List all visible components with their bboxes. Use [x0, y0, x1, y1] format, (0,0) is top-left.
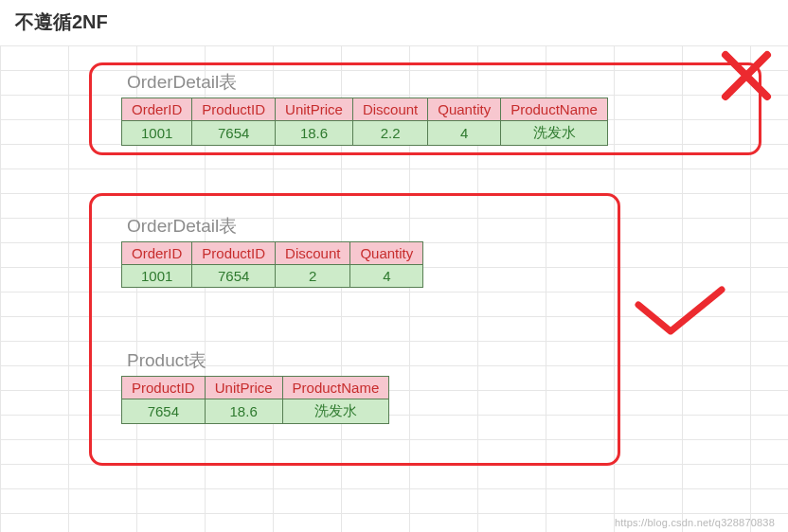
table-product: Product表 ProductID UnitPrice ProductName…: [121, 348, 389, 424]
table-header-row: ProductID UnitPrice ProductName: [122, 377, 389, 399]
col-header: Quantity: [428, 98, 501, 121]
col-header: ProductName: [282, 377, 389, 399]
col-header: UnitPrice: [276, 98, 353, 121]
col-header: Discount: [276, 242, 350, 265]
col-header: ProductID: [192, 242, 276, 265]
table-row: 7654 18.6 洗发水: [122, 399, 389, 424]
col-header: ProductID: [122, 377, 206, 399]
col-header: UnitPrice: [205, 377, 282, 399]
table-row: 1001 7654 2 4: [122, 265, 423, 288]
table-header-row: OrderID ProductID Discount Quantity: [122, 242, 423, 265]
cell: 4: [428, 121, 501, 146]
cell: 18.6: [276, 121, 353, 146]
col-header: Discount: [352, 98, 427, 121]
cell: 2.2: [352, 121, 427, 146]
col-header: Quantity: [350, 242, 423, 265]
cell: 7654: [192, 265, 276, 288]
table-header-row: OrderID ProductID UnitPrice Discount Qua…: [122, 98, 608, 121]
cell: 1001: [122, 121, 192, 146]
watermark: https://blog.csdn.net/q328870838: [615, 517, 775, 528]
cross-icon: [720, 49, 773, 102]
col-header: ProductName: [501, 98, 608, 121]
cell: 18.6: [205, 399, 282, 424]
table-caption: Product表: [121, 348, 389, 376]
cell: 7654: [192, 121, 276, 146]
col-header: ProductID: [192, 98, 276, 121]
cell: 7654: [122, 399, 206, 424]
cell: 2: [276, 265, 350, 288]
table-caption: OrderDetail表: [121, 214, 423, 241]
cell: 洗发水: [282, 399, 389, 424]
col-header: OrderID: [122, 242, 192, 265]
table-row: 1001 7654 18.6 2.2 4 洗发水: [122, 121, 608, 146]
cell: 1001: [122, 265, 192, 288]
table-orderdetail-good: OrderDetail表 OrderID ProductID Discount …: [121, 214, 423, 288]
table-orderdetail-bad: OrderDetail表 OrderID ProductID UnitPrice…: [121, 70, 608, 146]
page-title: 不遵循2NF: [15, 9, 108, 35]
cell: 4: [350, 265, 423, 288]
table-caption: OrderDetail表: [121, 70, 608, 98]
col-header: OrderID: [122, 98, 192, 121]
check-icon: [633, 284, 727, 341]
cell: 洗发水: [501, 121, 608, 146]
